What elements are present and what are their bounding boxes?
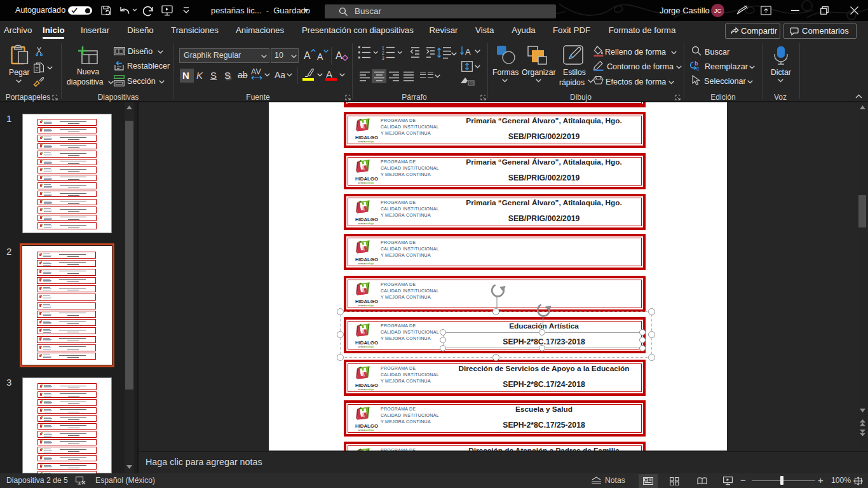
svg-text:2: 2 bbox=[382, 51, 384, 55]
svg-text:3: 3 bbox=[382, 56, 384, 60]
svg-text:1: 1 bbox=[382, 46, 384, 50]
svg-text:contigo: contigo bbox=[364, 388, 374, 391]
svg-text:contigo: contigo bbox=[364, 181, 374, 184]
svg-text:contigo: contigo bbox=[364, 304, 374, 307]
svg-text:A: A bbox=[465, 47, 471, 57]
svg-text:contigo: contigo bbox=[364, 262, 374, 265]
svg-text:contigo: contigo bbox=[364, 428, 374, 431]
svg-text:contigo: contigo bbox=[364, 222, 374, 225]
svg-text:c: c bbox=[696, 65, 700, 71]
svg-text:contigo: contigo bbox=[364, 140, 374, 143]
